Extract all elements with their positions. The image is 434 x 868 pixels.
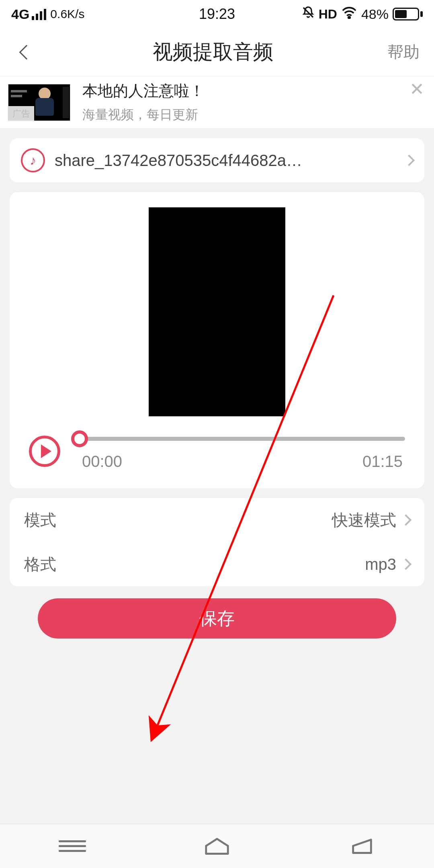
wifi-icon <box>341 6 357 22</box>
mode-value: 快速模式 <box>332 509 396 531</box>
chevron-right-icon <box>403 155 415 166</box>
mode-label: 模式 <box>24 509 332 531</box>
close-icon: ✕ <box>409 79 424 99</box>
time-current: 00:00 <box>82 452 122 471</box>
signal-bars-icon <box>32 8 46 20</box>
home-icon <box>203 836 231 856</box>
player-card: 00:00 01:15 <box>10 192 424 488</box>
back-button[interactable] <box>14 40 39 64</box>
svg-point-1 <box>348 17 350 18</box>
nav-menu-button[interactable] <box>58 836 86 856</box>
chevron-left-icon <box>19 45 34 59</box>
music-note-icon: ♪ <box>21 148 45 172</box>
ad-badge: 广告 <box>8 106 34 121</box>
nav-home-button[interactable] <box>203 836 231 856</box>
battery-percent: 48% <box>361 6 389 22</box>
battery-icon <box>393 8 423 20</box>
hd-label: HD <box>319 7 337 22</box>
network-type: 4G <box>11 6 29 22</box>
chevron-right-icon <box>400 514 411 526</box>
nav-back-button[interactable] <box>348 836 376 856</box>
seek-thumb[interactable] <box>71 430 88 447</box>
system-nav-bar <box>0 824 434 868</box>
play-icon <box>41 444 51 458</box>
ad-thumbnail: 广告 <box>8 84 70 121</box>
mute-icon <box>302 6 315 23</box>
file-select-row[interactable]: ♪ share_13742e870535c4f44682a… <box>10 138 424 182</box>
video-preview[interactable] <box>149 207 285 416</box>
back-icon <box>348 836 376 856</box>
save-label: 保存 <box>199 607 235 631</box>
play-button[interactable] <box>29 436 60 467</box>
chevron-right-icon <box>400 559 411 570</box>
ad-close-button[interactable]: ✕ <box>409 80 424 98</box>
ad-subtitle: 海量视频，每日更新 <box>82 106 420 124</box>
format-row[interactable]: 格式 mp3 <box>10 542 424 586</box>
time-duration: 01:15 <box>362 452 403 471</box>
ad-title: 本地的人注意啦！ <box>82 81 420 101</box>
file-name: share_13742e870535c4f44682a… <box>55 151 405 170</box>
status-clock: 19:23 <box>199 6 235 23</box>
help-button[interactable]: 帮助 <box>387 41 420 63</box>
page-title: 视频提取音频 <box>39 39 387 66</box>
ad-banner[interactable]: 广告 本地的人注意啦！ 海量视频，每日更新 ✕ <box>0 76 434 129</box>
network-speed: 0.6K/s <box>50 7 84 21</box>
format-value: mp3 <box>365 555 396 573</box>
save-button[interactable]: 保存 <box>38 598 396 639</box>
menu-icon <box>59 837 86 855</box>
seek-slider[interactable] <box>80 432 405 446</box>
title-bar: 视频提取音频 帮助 <box>0 28 434 76</box>
mode-row[interactable]: 模式 快速模式 <box>10 498 424 542</box>
format-label: 格式 <box>24 553 365 575</box>
status-bar: 4G 0.6K/s 19:23 HD 48% <box>0 0 434 28</box>
settings-card: 模式 快速模式 格式 mp3 <box>10 498 424 586</box>
